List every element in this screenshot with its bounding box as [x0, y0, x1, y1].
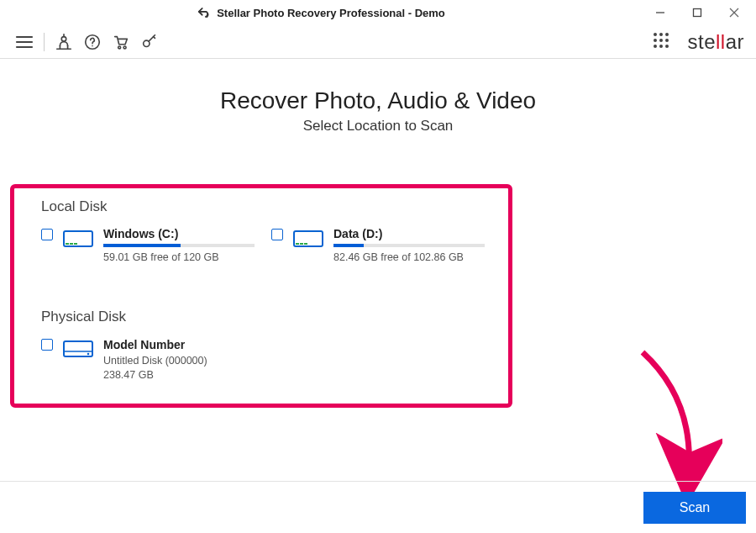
local-disk-item[interactable]: Windows (C:) 59.01 GB free of 120 GB [41, 227, 255, 263]
local-disk-heading: Local Disk [41, 198, 481, 215]
physical-disk-item[interactable]: Model Number Untitled Disk (000000) 238.… [41, 337, 335, 383]
minimize-button[interactable] [642, 0, 679, 25]
maximize-button[interactable] [679, 0, 716, 25]
scan-button[interactable]: Scan [643, 492, 746, 524]
brand-logo: stellar [687, 30, 744, 54]
disk-free-text: 82.46 GB free of 102.86 GB [333, 251, 485, 263]
svg-rect-15 [70, 243, 73, 245]
disk-usage-bar [333, 244, 485, 247]
local-disk-item[interactable]: Data (D:) 82.46 GB free of 102.86 GB [271, 227, 485, 263]
drive-icon [291, 227, 325, 256]
svg-point-9 [92, 45, 93, 46]
svg-rect-1 [694, 9, 701, 17]
disk-name: Windows (C:) [103, 227, 255, 240]
toolbar-divider [44, 33, 45, 51]
physical-disk-heading: Physical Disk [41, 309, 481, 325]
bottom-bar: Scan [0, 481, 756, 533]
page-title: Recover Photo, Audio & Video [0, 87, 756, 114]
disk-usage-bar [103, 244, 255, 247]
svg-rect-16 [74, 243, 77, 245]
svg-point-10 [118, 45, 121, 48]
disk-model: Model Number [103, 337, 207, 354]
svg-point-11 [123, 45, 126, 48]
window-title: Stellar Photo Recovery Professional - De… [217, 7, 445, 19]
svg-point-23 [87, 353, 90, 356]
window-titlebar: Stellar Photo Recovery Professional - De… [0, 0, 756, 25]
disk-subtitle: Untitled Disk (000000) [103, 354, 207, 369]
menu-icon[interactable] [12, 29, 37, 55]
page-headline: Recover Photo, Audio & Video Select Loca… [0, 87, 756, 135]
page-subtitle: Select Location to Scan [0, 118, 756, 135]
disk-selection-panel: Local Disk Windows (C:) 59.01 GB free of… [10, 184, 512, 408]
cart-icon[interactable] [108, 29, 134, 55]
apps-grid-icon[interactable] [654, 33, 672, 51]
disk-usage-fill [103, 244, 181, 247]
annotation-arrow-icon [622, 348, 722, 495]
svg-rect-20 [304, 243, 307, 245]
close-button[interactable] [716, 0, 753, 25]
disk-checkbox[interactable] [271, 229, 283, 240]
disk-checkbox[interactable] [41, 339, 53, 351]
svg-rect-18 [296, 243, 299, 245]
window-controls [642, 0, 753, 25]
disk-usage-fill [333, 244, 364, 247]
key-icon[interactable] [137, 29, 162, 55]
main-toolbar: stellar [0, 25, 756, 59]
drive-icon [61, 227, 95, 256]
help-icon[interactable] [80, 29, 105, 55]
advanced-settings-icon[interactable] [51, 29, 76, 55]
disk-name: Data (D:) [333, 227, 485, 240]
disk-capacity: 238.47 GB [103, 368, 207, 383]
hdd-icon [61, 337, 95, 366]
back-icon[interactable] [197, 6, 210, 20]
svg-rect-14 [66, 243, 69, 245]
disk-checkbox[interactable] [41, 229, 53, 240]
svg-rect-19 [300, 243, 303, 245]
disk-free-text: 59.01 GB free of 120 GB [103, 251, 255, 263]
